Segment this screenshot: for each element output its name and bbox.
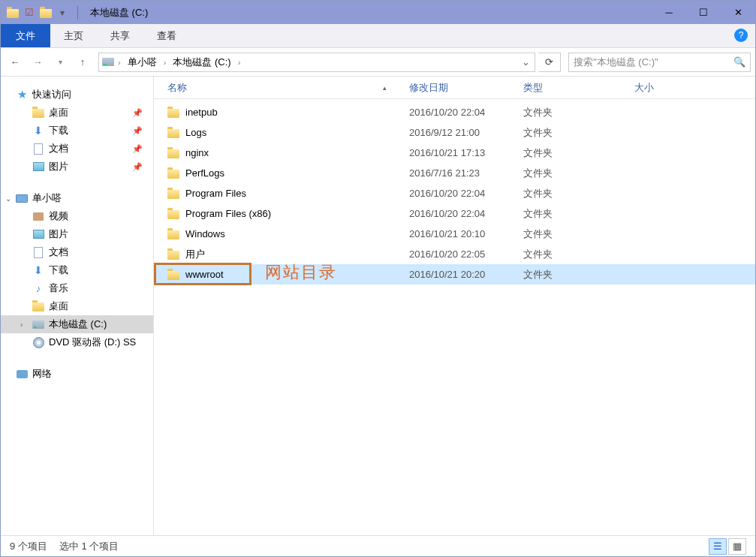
sidebar-item-label: 本地磁盘 (C:)	[49, 318, 107, 331]
folder-icon	[32, 107, 44, 119]
file-date: 2016/10/20 22:04	[409, 188, 523, 199]
minimize-button[interactable]: ─	[652, 1, 686, 24]
column-type[interactable]: 类型	[523, 81, 634, 95]
window-title: 本地磁盘 (C:)	[90, 6, 148, 20]
forward-button[interactable]: →	[28, 53, 47, 72]
column-date[interactable]: 修改日期	[409, 81, 523, 95]
chevron-right-icon[interactable]: ›	[116, 58, 123, 67]
sidebar-item[interactable]: DVD 驱动器 (D:) SS	[1, 333, 153, 351]
network-icon	[16, 368, 28, 380]
folder-icon	[167, 107, 179, 119]
help-button[interactable]: ?	[734, 29, 748, 42]
download-icon: ⬇	[32, 125, 44, 137]
expand-icon[interactable]: ⌄	[5, 194, 11, 203]
sidebar-item-label: 桌面	[49, 300, 68, 313]
file-type: 文件夹	[523, 268, 634, 282]
history-dropdown[interactable]: ▾	[50, 53, 70, 72]
file-row[interactable]: nginx2016/10/21 17:13文件夹	[154, 143, 755, 163]
sidebar-item-label: 下载	[49, 263, 68, 277]
file-name: wwwroot	[185, 269, 224, 280]
file-row[interactable]: Logs2016/9/12 21:00文件夹	[154, 122, 755, 143]
search-icon[interactable]: 🔍	[733, 56, 745, 68]
file-tab[interactable]: 文件	[1, 24, 50, 47]
back-button[interactable]: ←	[5, 53, 25, 72]
folder-icon	[167, 127, 179, 139]
sidebar-item-label: 桌面	[49, 106, 68, 119]
sort-indicator-icon: ▴	[383, 84, 387, 92]
breadcrumb[interactable]: › 单小嗒 › 本地磁盘 (C:) › ⌄	[98, 53, 535, 72]
sidebar-item[interactable]: 视频	[1, 207, 153, 225]
sidebar-item-label: 图片	[49, 227, 68, 241]
search-input[interactable]: 搜索"本地磁盘 (C:)" 🔍	[568, 53, 751, 72]
expand-icon[interactable]: ›	[20, 321, 28, 329]
nav-bar: ← → ▾ ↑ › 单小嗒 › 本地磁盘 (C:) › ⌄ ⟳ 搜索"本地磁盘 …	[1, 48, 755, 77]
pin-icon: 📌	[132, 162, 143, 172]
qat-folder-icon[interactable]	[40, 7, 52, 19]
breadcrumb-dropdown-icon[interactable]: ⌄	[519, 56, 533, 68]
pin-icon: 📌	[132, 144, 143, 154]
file-row[interactable]: Program Files2016/10/20 22:04文件夹	[154, 183, 755, 203]
sidebar-item[interactable]: ›本地磁盘 (C:)	[1, 315, 153, 333]
sidebar-item[interactable]: ♪音乐	[1, 279, 153, 297]
sidebar-quick-access[interactable]: ★ 快速访问	[1, 86, 153, 104]
music-icon: ♪	[32, 282, 44, 294]
file-date: 2016/10/21 17:13	[409, 147, 523, 158]
document-icon	[32, 143, 44, 155]
up-button[interactable]: ↑	[73, 53, 92, 72]
chevron-right-icon[interactable]: ›	[236, 58, 243, 67]
sidebar-this-pc[interactable]: ⌄ 单小嗒	[1, 189, 153, 207]
ribbon: 文件 主页 共享 查看 ?	[1, 24, 755, 48]
column-size[interactable]: 大小	[634, 81, 755, 95]
file-date: 2016/10/20 22:05	[409, 248, 523, 260]
folder-icon	[167, 269, 179, 281]
file-row[interactable]: PerfLogs2016/7/16 21:23文件夹	[154, 163, 755, 183]
file-row[interactable]: Windows2016/10/21 20:10文件夹	[154, 224, 755, 244]
folder-icon	[167, 188, 179, 200]
sidebar-item[interactable]: 图片📌	[1, 158, 153, 176]
tab-home[interactable]: 主页	[50, 24, 97, 47]
file-date: 2016/10/21 20:10	[409, 228, 523, 239]
status-selected: 选中 1 个项目	[59, 540, 119, 553]
breadcrumb-item[interactable]: 单小嗒	[125, 53, 160, 71]
title-bar: ☑ ▾ 本地磁盘 (C:) ─ ☐ ✕	[1, 1, 755, 24]
file-row[interactable]: 用户2016/10/20 22:05文件夹	[154, 244, 755, 264]
qat-dropdown-icon[interactable]: ▾	[56, 7, 68, 19]
file-name: Logs	[185, 127, 206, 138]
dvd-icon	[32, 336, 44, 348]
file-date: 2016/10/21 20:20	[409, 269, 523, 280]
status-count: 9 个项目	[10, 540, 47, 553]
refresh-button[interactable]: ⟳	[538, 53, 561, 72]
sidebar-item[interactable]: 文档	[1, 243, 153, 261]
file-type: 文件夹	[523, 207, 634, 221]
sidebar-item[interactable]: ⬇下载📌	[1, 122, 153, 140]
sidebar-item[interactable]: 桌面📌	[1, 104, 153, 122]
view-details-button[interactable]: ☰	[709, 538, 727, 555]
view-icons-button[interactable]: ▦	[728, 538, 746, 555]
star-icon: ★	[16, 89, 28, 101]
file-row[interactable]: inetpub2016/10/20 22:04文件夹	[154, 102, 755, 122]
maximize-button[interactable]: ☐	[686, 1, 721, 24]
download-icon: ⬇	[32, 264, 44, 276]
close-button[interactable]: ✕	[721, 1, 755, 24]
sidebar-item[interactable]: ⬇下载	[1, 261, 153, 279]
file-date: 2016/7/16 21:23	[409, 167, 523, 179]
column-headers: 名称▴ 修改日期 类型 大小	[154, 77, 755, 99]
sidebar-item[interactable]: 文档📌	[1, 140, 153, 158]
file-row[interactable]: Program Files (x86)2016/10/20 22:04文件夹	[154, 203, 755, 224]
breadcrumb-item[interactable]: 本地磁盘 (C:)	[170, 53, 233, 71]
sidebar-item[interactable]: 桌面	[1, 297, 153, 315]
qat-properties-icon[interactable]: ☑	[23, 7, 35, 19]
tab-share[interactable]: 共享	[97, 24, 143, 47]
sidebar: ★ 快速访问 桌面📌⬇下载📌文档📌图片📌 ⌄ 单小嗒 视频图片文档⬇下载♪音乐桌…	[1, 77, 154, 535]
sidebar-item[interactable]: 图片	[1, 225, 153, 243]
folder-icon	[167, 228, 179, 240]
chevron-right-icon[interactable]: ›	[161, 58, 169, 67]
file-row[interactable]: wwwroot2016/10/21 20:20文件夹网站目录	[154, 264, 755, 285]
column-name[interactable]: 名称▴	[167, 81, 409, 95]
folder-app-icon	[7, 7, 19, 19]
sidebar-network[interactable]: 网络	[1, 365, 153, 383]
file-date: 2016/10/20 22:04	[409, 107, 523, 118]
file-type: 文件夹	[523, 167, 634, 180]
tab-view[interactable]: 查看	[143, 24, 190, 47]
file-list[interactable]: inetpub2016/10/20 22:04文件夹Logs2016/9/12 …	[154, 99, 755, 535]
